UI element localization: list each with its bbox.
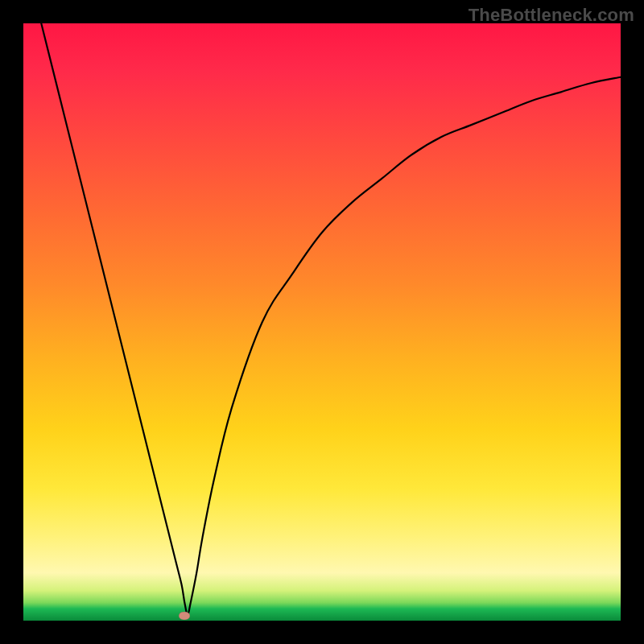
bottleneck-curve xyxy=(23,23,621,621)
chart-frame: TheBottleneck.com xyxy=(0,0,644,644)
chart-plot-area xyxy=(23,23,621,621)
